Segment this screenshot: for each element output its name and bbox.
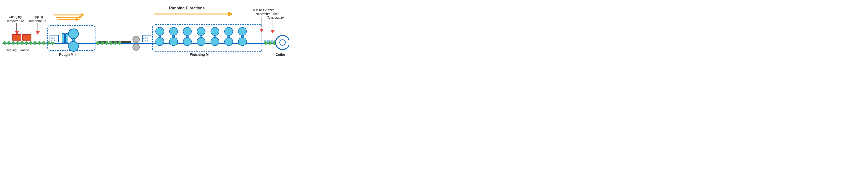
tapping-temp-line xyxy=(37,23,37,31)
finishing-stand-6 xyxy=(224,27,233,46)
running-direction-arrow-container xyxy=(154,13,229,14)
green-dot xyxy=(109,41,113,45)
svg-text:∨∨∨: ∨∨∨ xyxy=(51,39,56,41)
wave-icon: ∧∧∧ ∨∨∨ xyxy=(51,36,58,41)
green-dot xyxy=(33,41,37,45)
conveyor-dots-mid xyxy=(96,41,121,45)
rough-roller-lower xyxy=(68,41,79,52)
finishing-stand-7 xyxy=(238,27,247,46)
green-dot xyxy=(42,41,45,45)
rough-mill-stand xyxy=(62,33,68,43)
tapping-temp-label: Tapping Temperature xyxy=(27,15,48,23)
finishing-delivery-temp-marker xyxy=(259,29,264,32)
furnace-box-1 xyxy=(12,34,21,41)
arrow-3 xyxy=(58,19,78,20)
green-dot xyxy=(25,41,28,45)
mill-stand-left xyxy=(62,33,65,43)
fs5-bot xyxy=(211,37,219,46)
scale-breaker-left: ∧∧∧ ∨∨∨ xyxy=(50,35,59,42)
rough-roller-neck xyxy=(72,39,75,41)
arrow-2 xyxy=(56,16,80,18)
rough-roller-top xyxy=(68,29,79,52)
fs2-top xyxy=(169,27,178,36)
rough-mill-label: Rough Mill xyxy=(51,53,85,57)
finishing-stand-2 xyxy=(169,27,178,46)
green-dot xyxy=(114,41,117,45)
fs3-bot xyxy=(183,37,192,46)
fs5-top xyxy=(211,27,219,36)
green-dot xyxy=(96,41,100,45)
arrow-1 xyxy=(53,14,82,15)
furnace-box-2 xyxy=(22,34,31,41)
green-dot xyxy=(16,41,19,45)
coil-box-circle-bottom xyxy=(132,43,140,51)
conveyor-dots-left xyxy=(3,41,54,45)
fs1-top xyxy=(155,27,164,36)
fs6-top xyxy=(224,27,233,36)
svg-text:∧∧∧: ∧∧∧ xyxy=(51,37,56,39)
heating-furnace-boxes xyxy=(12,34,31,41)
coil-temp-marker xyxy=(271,30,275,34)
fs7-top xyxy=(238,27,247,36)
fs2-bot xyxy=(169,37,178,46)
finishing-mill-label: Finishing Mill xyxy=(177,53,225,57)
green-dot xyxy=(38,41,41,45)
rough-mill-arrows xyxy=(53,14,82,20)
fs6-bot xyxy=(224,37,233,46)
green-dot xyxy=(3,41,6,45)
coil-box xyxy=(132,36,140,51)
green-dot xyxy=(29,41,32,45)
coil-temp-label: Coil Temperature xyxy=(266,12,285,20)
scale-breaker-right: ∧∧∧ ∨∨∨ xyxy=(142,35,151,42)
green-dot xyxy=(264,41,267,45)
wave-icon-2: ∧∧∧ ∨∨∨ xyxy=(143,36,150,41)
finishing-stand-4 xyxy=(197,27,206,46)
tapping-temp-marker xyxy=(36,31,40,35)
strip-3 xyxy=(121,41,131,43)
green-dot xyxy=(268,41,272,45)
green-dot xyxy=(105,41,108,45)
fs4-bot xyxy=(197,37,206,46)
rough-roller-upper xyxy=(68,29,79,39)
finishing-stand-5 xyxy=(211,27,219,46)
charging-temp-label: Charging Temperature xyxy=(4,15,26,23)
green-dot xyxy=(118,41,121,45)
fs3-top xyxy=(183,27,192,36)
finishing-stand-3 xyxy=(183,27,192,46)
svg-text:∨∨∨: ∨∨∨ xyxy=(143,39,148,41)
green-dot xyxy=(20,41,24,45)
green-dot xyxy=(11,41,15,45)
fs7-bot xyxy=(238,37,247,46)
finishing-delivery-temp-line-v xyxy=(261,18,262,29)
coiler-inner-circle xyxy=(279,39,286,46)
fs4-top xyxy=(197,27,206,36)
running-directions-label: Running Directions xyxy=(151,6,223,10)
finishing-stand-1 xyxy=(155,27,164,46)
heating-furnace-label: Heating Furnace xyxy=(3,48,32,52)
coiler-label: Coiler xyxy=(271,53,289,57)
coil-box-circle-top xyxy=(132,36,140,43)
svg-text:∧∧∧: ∧∧∧ xyxy=(143,37,148,39)
mill-stand-right xyxy=(65,33,68,43)
diagram-container: Charging Temperature Tapping Temperature… xyxy=(0,0,289,57)
green-dot xyxy=(7,41,11,45)
charging-temp-marker xyxy=(15,31,19,35)
fs1-bot xyxy=(155,37,164,46)
green-dot xyxy=(100,41,104,45)
